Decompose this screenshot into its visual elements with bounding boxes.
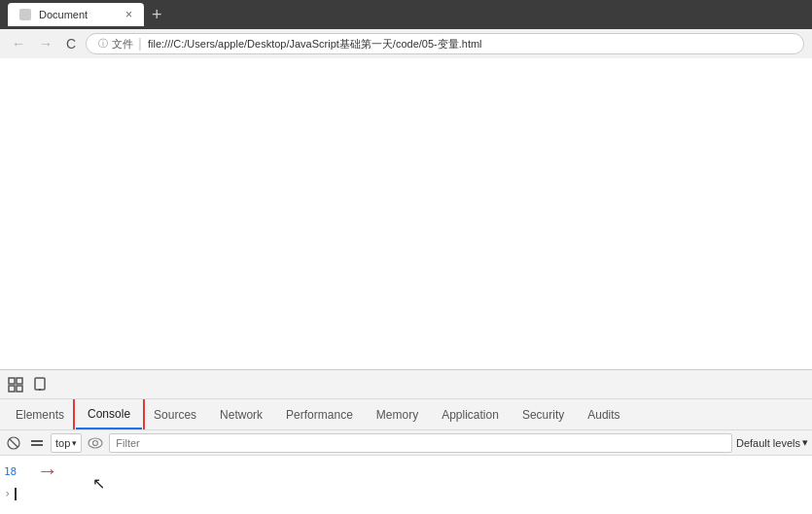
address-bar: ← → C ⓘ 文件 │ file:///C:/Users/apple/Desk… — [0, 29, 812, 58]
console-line-18: 18 → — [0, 458, 812, 485]
red-arrow-indicator: → — [37, 459, 58, 484]
default-levels-label: Default levels — [736, 437, 800, 449]
live-expressions-button[interactable] — [86, 433, 105, 453]
tab-close-button[interactable]: × — [125, 8, 132, 21]
svg-rect-0 — [9, 378, 15, 384]
context-chevron: ▾ — [72, 438, 77, 448]
url-separator: │ — [137, 38, 144, 50]
tab-security[interactable]: Security — [511, 400, 576, 429]
url-bar[interactable]: ⓘ 文件 │ file:///C:/Users/apple/Desktop/Ja… — [86, 33, 804, 54]
device-toolbar-button[interactable] — [29, 373, 53, 396]
svg-line-7 — [10, 439, 18, 447]
context-label: top — [55, 437, 70, 449]
console-filter-input[interactable] — [109, 433, 732, 453]
svg-point-10 — [88, 438, 102, 448]
console-output: 18 → › — [0, 456, 812, 514]
devtools-tabs: Elements Console Sources Network Perform… — [0, 399, 812, 430]
browser-chrome: Document × + ← → C ⓘ 文件 │ file:///C:/Use… — [0, 0, 812, 58]
tab-audits[interactable]: Audits — [576, 400, 631, 429]
line-number[interactable]: 18 — [4, 465, 33, 478]
tab-performance[interactable]: Performance — [274, 400, 365, 429]
console-prompt-line: › — [0, 485, 812, 502]
svg-point-11 — [93, 440, 98, 445]
prompt-chevron: › — [4, 487, 11, 500]
new-tab-button[interactable]: + — [152, 5, 162, 25]
url-value: file:///C:/Users/apple/Desktop/JavaScrip… — [148, 37, 482, 51]
context-selector[interactable]: top ▾ — [51, 433, 82, 453]
svg-rect-3 — [17, 386, 22, 392]
console-cursor — [15, 488, 17, 500]
default-levels-selector[interactable]: Default levels ▾ — [736, 436, 808, 449]
url-icon: ⓘ — [98, 37, 108, 51]
tab-sources[interactable]: Sources — [142, 400, 208, 429]
svg-rect-2 — [17, 378, 22, 384]
tab-memory[interactable]: Memory — [365, 400, 430, 429]
preserve-log-button[interactable] — [27, 433, 47, 453]
default-levels-chevron: ▾ — [802, 436, 808, 449]
tab-title: Document — [39, 9, 88, 20]
svg-rect-8 — [31, 440, 43, 442]
url-label: 文件 — [112, 37, 133, 51]
browser-tab[interactable]: Document × — [8, 3, 144, 26]
tab-favicon — [19, 9, 31, 20]
back-button[interactable]: ← — [8, 34, 29, 53]
tab-console[interactable]: Console — [76, 400, 142, 429]
clear-console-button[interactable] — [4, 433, 23, 453]
svg-rect-4 — [35, 378, 45, 390]
page-content — [0, 58, 812, 379]
tab-application[interactable]: Application — [430, 400, 511, 429]
console-toolbar: top ▾ Default levels ▾ — [0, 430, 812, 456]
tab-network[interactable]: Network — [208, 400, 274, 429]
refresh-button[interactable]: C — [62, 34, 80, 53]
devtools-panel: Elements Console Sources Network Perform… — [0, 369, 812, 514]
forward-button[interactable]: → — [35, 34, 56, 53]
svg-rect-1 — [9, 386, 15, 392]
inspect-element-button[interactable] — [4, 373, 27, 396]
svg-rect-9 — [31, 444, 43, 446]
tab-elements[interactable]: Elements — [4, 400, 76, 429]
svg-rect-5 — [39, 389, 41, 391]
tab-bar: Document × + — [0, 0, 812, 29]
devtools-toolbar — [0, 370, 812, 399]
